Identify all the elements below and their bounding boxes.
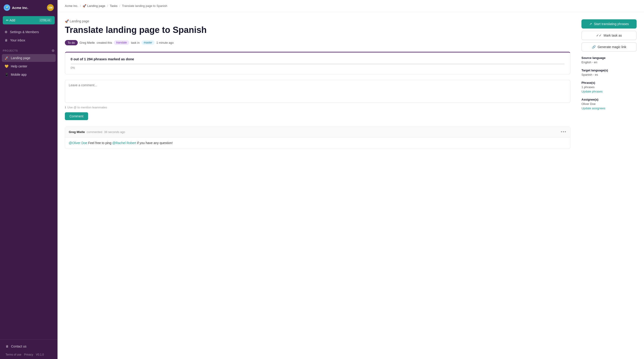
checkmark-icon: ✓✓ — [596, 34, 602, 37]
terms-link[interactable]: Terms of use — [6, 353, 22, 356]
sidebar-item-mobile[interactable]: 📱 Mobile app — [2, 71, 56, 79]
phrases-section: Phrase(s) 1 phrases Update phrases — [582, 81, 637, 93]
start-translating-button[interactable]: ↗ Start translating phrases — [582, 19, 637, 29]
meta-time: 1 minute ago — [156, 41, 174, 45]
footer-links: Terms of use Privacy V0.1.0 — [3, 352, 55, 357]
settings-icon: ⚙ — [4, 30, 8, 34]
info-icon: ℹ — [65, 106, 66, 109]
privacy-link[interactable]: Privacy — [24, 353, 33, 356]
meta-author: Greg Mielle — [80, 41, 95, 45]
sidebar-logo: 🌍 Acme Inc. — [4, 4, 28, 11]
update-phrases-link[interactable]: Update phrases — [582, 90, 637, 93]
add-shortcut: CTRL+K — [39, 19, 52, 22]
source-language-label: Source language — [582, 56, 637, 60]
breadcrumb-current: Translate landing page to Spanish — [122, 4, 167, 8]
sidebar: 🌍 Acme Inc. GM ✏ Add CTRL+K ⚙ Settings &… — [0, 0, 58, 359]
tag-translate: translate — [114, 40, 129, 45]
comment-header: Greg Mielle commented 38 seconds ago ••• — [65, 127, 570, 137]
target-language-value: Spanish - es — [582, 73, 637, 76]
link-icon: 🔗 — [592, 45, 596, 49]
comment-entry: Greg Mielle commented 38 seconds ago •••… — [65, 127, 570, 149]
meta-verb: created this — [96, 41, 112, 45]
assignees-section: Assignee(s) Oliver Doe Update assignees — [582, 98, 637, 110]
comment-body: @Oliver Doe Feel free to ping @Rachel Ro… — [65, 137, 570, 149]
comment-action: commented — [87, 130, 102, 134]
org-name: Acme Inc. — [12, 6, 28, 10]
target-language-section: Target language(s) Spanish - es — [582, 69, 637, 76]
right-panel: ↗ Start translating phrases ✓✓ Mark task… — [582, 19, 637, 149]
projects-section-label: PROJECTS ⊕ — [0, 45, 58, 54]
breadcrumb: Acme Inc. / 🚀 Landing page / Tasks / Tra… — [58, 0, 644, 12]
assignees-label: Assignee(s) — [582, 98, 637, 101]
source-language-section: Source language English - en — [582, 56, 637, 64]
contact-icon: 🖥 — [6, 344, 9, 348]
assignees-value: Oliver Doe — [582, 102, 637, 106]
progress-card: 0 out of 1 294 phrases marked as done 0% — [65, 52, 570, 74]
progress-label: 0 out of 1 294 phrases marked as done — [70, 57, 565, 61]
add-icon: ✏ Add — [6, 19, 15, 22]
update-assignees-link[interactable]: Update assignees — [582, 107, 637, 110]
tag-master: master — [142, 40, 154, 45]
contact-us-button[interactable]: 🖥 Contact us — [3, 342, 55, 350]
generate-link-button[interactable]: 🔗 Generate magic link — [582, 42, 637, 52]
logo-icon: 🌍 — [4, 4, 10, 11]
progress-percent: 0% — [70, 66, 565, 70]
projects-list: 🚀 Landing page 💛 Help center 📱 Mobile ap… — [0, 54, 58, 79]
mention-rachel: @Rachel Robert — [112, 141, 136, 145]
inbox-icon: 🖥 — [4, 39, 8, 42]
sidebar-item-help[interactable]: 💛 Help center — [2, 62, 56, 70]
sidebar-item-settings[interactable]: ⚙ Settings & Members — [2, 28, 56, 36]
comment-text-2: if you have any question! — [137, 141, 173, 145]
mention-oliver: @Oliver Doe — [69, 141, 87, 145]
sidebar-item-landing[interactable]: 🚀 Landing page — [2, 54, 56, 62]
sidebar-footer: 🖥 Contact us Terms of use Privacy V0.1.0 — [0, 339, 58, 359]
comment-input[interactable] — [65, 80, 570, 103]
main-content: Acme Inc. / 🚀 Landing page / Tasks / Tra… — [58, 0, 644, 359]
mobile-emoji: 📱 — [4, 73, 8, 76]
content-area: 🚀 Landing page Translate landing page to… — [58, 12, 644, 156]
breadcrumb-tasks[interactable]: Tasks — [110, 4, 117, 8]
task-meta: To do Greg Mielle created this translate… — [65, 40, 570, 45]
help-emoji: 💛 — [4, 65, 8, 68]
translate-icon: ↗ — [589, 22, 592, 26]
phrases-value: 1 phrases — [582, 85, 637, 89]
sidebar-nav: ⚙ Settings & Members 🖥 Your inbox — [0, 28, 58, 45]
comment-hint: ℹ Use @ to mention teammates — [65, 106, 570, 109]
version-label: V0.1.0 — [36, 353, 44, 356]
breadcrumb-project[interactable]: 🚀 Landing page — [82, 4, 105, 8]
add-project-icon[interactable]: ⊕ — [52, 48, 55, 53]
progress-bar-bg — [70, 63, 565, 65]
sidebar-header: 🌍 Acme Inc. GM — [0, 0, 58, 15]
comment-more-button[interactable]: ••• — [561, 130, 566, 134]
mark-task-button[interactable]: ✓✓ Mark task as — [582, 31, 637, 40]
add-button[interactable]: ✏ Add CTRL+K — [3, 16, 55, 25]
avatar[interactable]: GM — [47, 4, 54, 11]
landing-emoji: 🚀 — [4, 56, 8, 60]
phrases-label: Phrase(s) — [582, 81, 637, 85]
comment-meta: Greg Mielle commented 38 seconds ago — [69, 130, 125, 134]
status-badge: To do — [65, 40, 78, 45]
source-language-value: English - en — [582, 61, 637, 64]
main-column: 🚀 Landing page Translate landing page to… — [65, 19, 570, 149]
task-title: Translate landing page to Spanish — [65, 25, 570, 36]
sidebar-item-inbox[interactable]: 🖥 Your inbox — [2, 36, 56, 44]
comment-author: Greg Mielle — [69, 130, 85, 134]
task-subtitle: 🚀 Landing page — [65, 19, 570, 23]
target-language-label: Target language(s) — [582, 69, 637, 72]
meta-task-in: task in — [131, 41, 140, 45]
comment-text-1: Feel free to ping — [88, 141, 112, 145]
comment-button[interactable]: Comment — [65, 112, 88, 120]
comment-time: 38 seconds ago — [104, 130, 125, 134]
breadcrumb-org[interactable]: Acme Inc. — [65, 4, 78, 8]
